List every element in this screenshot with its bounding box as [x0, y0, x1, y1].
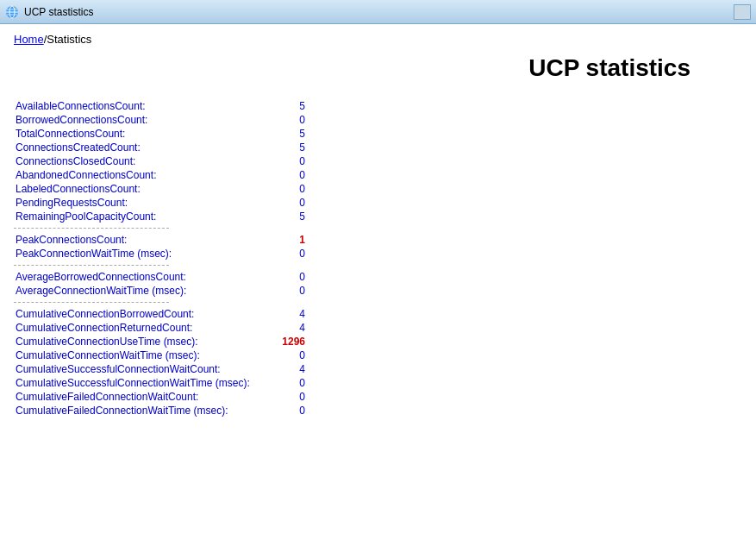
close-button[interactable]: [734, 4, 751, 20]
stat-label: PendingRequestsCount:: [14, 196, 255, 210]
stat-row: PeakConnectionWaitTime (msec):0: [14, 247, 307, 261]
stat-value: 5: [255, 210, 307, 223]
stat-label: RemainingPoolCapacityCount:: [14, 210, 255, 223]
stat-value: 0: [255, 168, 307, 182]
stat-row: CumulativeFailedConnectionWaitTime (msec…: [14, 404, 307, 418]
stat-row: AbandonedConnectionsCount:0: [14, 168, 307, 182]
stats-table: AvailableConnectionsCount:5BorrowedConne…: [14, 99, 307, 418]
stat-label: CumulativeFailedConnectionWaitTime (msec…: [14, 404, 255, 418]
stat-label: CumulativeConnectionUseTime (msec):: [14, 335, 255, 348]
stat-label: CumulativeConnectionReturnedCount:: [14, 321, 255, 335]
stat-row: AvailableConnectionsCount:5: [14, 99, 307, 113]
stat-value: 0: [255, 390, 307, 404]
stat-label: AverageBorrowedConnectionsCount:: [14, 270, 255, 284]
stat-label: TotalConnectionsCount:: [14, 127, 255, 141]
stat-label: BorrowedConnectionsCount:: [14, 113, 255, 127]
stat-label: CumulativeSuccessfulConnectionWaitCount:: [14, 362, 255, 376]
home-link[interactable]: Home: [14, 33, 44, 46]
stat-row: PendingRequestsCount:0: [14, 196, 307, 210]
stat-value: 5: [255, 99, 307, 113]
stat-value: 4: [255, 362, 307, 376]
stat-row: TotalConnectionsCount:5: [14, 127, 307, 141]
stat-value: 0: [255, 404, 307, 418]
title-bar: UCP stastistics: [0, 0, 756, 24]
stat-value: 0: [255, 348, 307, 362]
stat-value: 4: [255, 321, 307, 335]
stat-row: CumulativeConnectionWaitTime (msec):0: [14, 348, 307, 362]
stat-label: CumulativeFailedConnectionWaitCount:: [14, 390, 255, 404]
stat-label: PeakConnectionWaitTime (msec):: [14, 247, 255, 261]
stat-row: PeakConnectionsCount:1: [14, 233, 307, 247]
stat-value: 1296: [255, 335, 307, 348]
stat-value: 0: [255, 284, 307, 298]
stat-row: CumulativeConnectionBorrowedCount:4: [14, 307, 307, 321]
stat-row: CumulativeSuccessfulConnectionWaitTime (…: [14, 376, 307, 390]
stat-value: 0: [255, 113, 307, 127]
stat-row: CumulativeConnectionUseTime (msec):1296: [14, 335, 307, 348]
stat-value: 0: [255, 376, 307, 390]
stat-value: 0: [255, 247, 307, 261]
stat-row: AverageBorrowedConnectionsCount:0: [14, 270, 307, 284]
stat-row: LabeledConnectionsCount:0: [14, 182, 307, 196]
divider-row: [14, 223, 307, 233]
stat-label: CumulativeConnectionWaitTime (msec):: [14, 348, 255, 362]
stat-label: LabeledConnectionsCount:: [14, 182, 255, 196]
stat-row: AverageConnectionWaitTime (msec):0: [14, 284, 307, 298]
stat-value: 5: [255, 127, 307, 141]
content-area: Home/Statistics UCP statistics Available…: [0, 24, 756, 426]
stat-value: 1: [255, 233, 307, 247]
stat-value: 0: [255, 182, 307, 196]
breadcrumb: Home/Statistics: [14, 33, 742, 46]
stat-label: ConnectionsClosedCount:: [14, 154, 255, 168]
breadcrumb-current: Statistics: [47, 33, 91, 46]
divider-row: [14, 298, 307, 307]
stat-label: AbandonedConnectionsCount:: [14, 168, 255, 182]
page-title: UCP statistics: [14, 54, 742, 82]
stat-label: AverageConnectionWaitTime (msec):: [14, 284, 255, 298]
stat-row: CumulativeFailedConnectionWaitCount:0: [14, 390, 307, 404]
stat-value: 5: [255, 141, 307, 154]
stat-label: PeakConnectionsCount:: [14, 233, 255, 247]
browser-icon: [5, 5, 19, 19]
stat-row: ConnectionsCreatedCount:5: [14, 141, 307, 154]
stat-label: CumulativeSuccessfulConnectionWaitTime (…: [14, 376, 255, 390]
title-bar-text: UCP stastistics: [24, 6, 728, 18]
stat-value: 0: [255, 270, 307, 284]
stat-row: CumulativeSuccessfulConnectionWaitCount:…: [14, 362, 307, 376]
stat-row: ConnectionsClosedCount:0: [14, 154, 307, 168]
stat-label: CumulativeConnectionBorrowedCount:: [14, 307, 255, 321]
stat-value: 0: [255, 196, 307, 210]
stat-row: BorrowedConnectionsCount:0: [14, 113, 307, 127]
stat-label: ConnectionsCreatedCount:: [14, 141, 255, 154]
stat-row: RemainingPoolCapacityCount:5: [14, 210, 307, 223]
stat-row: CumulativeConnectionReturnedCount:4: [14, 321, 307, 335]
divider-row: [14, 261, 307, 270]
stat-label: AvailableConnectionsCount:: [14, 99, 255, 113]
stat-value: 4: [255, 307, 307, 321]
stat-value: 0: [255, 154, 307, 168]
